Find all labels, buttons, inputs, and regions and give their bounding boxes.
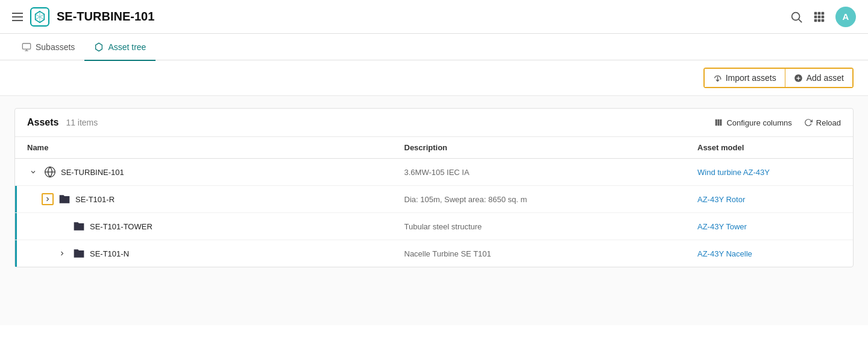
asset-name-text: SE-T101-N (90, 249, 129, 258)
asset-name-text: SE-TURBINE-101 (61, 168, 124, 177)
expand-placeholder (56, 220, 68, 232)
grid-apps-button[interactable] (813, 10, 826, 24)
name-cell: SE-T101-TOWER (15, 213, 392, 240)
page-title: SE-TURBINE-101 (57, 10, 154, 24)
import-assets-button[interactable]: Import assets (705, 69, 785, 87)
asset-model-link[interactable]: AZ-43Y Tower (697, 222, 747, 231)
toolbar-actions-group: Import assets Add asset (703, 68, 854, 88)
subassets-tab-label: Subassets (36, 42, 75, 52)
col-asset-model: Asset model (685, 137, 853, 159)
tab-subassets[interactable]: Subassets (12, 34, 84, 61)
reload-label: Reload (816, 118, 841, 127)
avatar[interactable]: A (835, 7, 856, 27)
nav-left: SE-TURBINE-101 (12, 7, 154, 27)
asset-model-link[interactable]: AZ-43Y Nacelle (697, 249, 752, 258)
asset-model-cell: AZ-43Y Nacelle (685, 240, 853, 267)
assets-title-group: Assets 11 items (27, 117, 98, 128)
table-row: SE-T101-RDia: 105m, Swept area: 8650 sq.… (15, 186, 853, 213)
folder-icon (73, 220, 85, 232)
svg-rect-16 (718, 119, 720, 126)
asset-model-cell: AZ-43Y Tower (685, 213, 853, 240)
assets-count: 11 items (66, 118, 98, 127)
brand-icon (30, 7, 49, 27)
assets-table: Name Description Asset model SE-TURBINE-… (15, 137, 853, 267)
folder-icon (58, 193, 71, 205)
configure-columns-button[interactable]: Configure columns (714, 118, 791, 127)
subassets-tab-icon (22, 42, 31, 52)
configure-columns-label: Configure columns (726, 118, 791, 127)
add-asset-label: Add asset (807, 73, 844, 83)
expand-collapse-button[interactable] (42, 193, 54, 205)
nav-right: A (790, 7, 856, 27)
name-cell: SE-T101-N (15, 240, 392, 267)
import-assets-label: Import assets (726, 73, 776, 83)
svg-line-1 (799, 19, 802, 22)
asset-tree-tab-icon (94, 42, 104, 52)
toolbar: Import assets Add asset (0, 60, 868, 96)
main-content: Assets 11 items Configure columns (0, 96, 868, 325)
description-cell: Tubular steel structure (392, 213, 686, 240)
asset-model-link[interactable]: AZ-43Y Rotor (697, 195, 745, 204)
name-cell: SE-TURBINE-101 (15, 159, 392, 186)
search-button[interactable] (790, 10, 803, 24)
description-text: Tubular steel structure (404, 222, 482, 231)
description-cell: Nacelle Turbine SE T101 (392, 240, 686, 267)
asset-name-text: SE-T101-TOWER (90, 222, 153, 231)
description-cell: 3.6MW-105 IEC IA (392, 159, 686, 186)
assets-header: Assets 11 items Configure columns (15, 109, 853, 137)
table-header-row: Name Description Asset model (15, 137, 853, 159)
asset-globe-icon (44, 166, 56, 178)
svg-rect-10 (822, 19, 825, 22)
name-cell: SE-T101-R (15, 186, 392, 213)
svg-rect-7 (822, 15, 825, 18)
top-nav: SE-TURBINE-101 A (0, 0, 868, 34)
reload-button[interactable]: Reload (804, 118, 841, 127)
folder-icon (73, 247, 85, 260)
asset-model-cell: Wind turbine AZ-43Y (685, 159, 853, 186)
description-cell: Dia: 105m, Swept area: 8650 sq. m (392, 186, 686, 213)
asset-name-text: SE-T101-R (75, 195, 115, 204)
description-text: Dia: 105m, Swept area: 8650 sq. m (404, 195, 527, 204)
svg-rect-2 (814, 11, 817, 14)
assets-card: Assets 11 items Configure columns (14, 108, 854, 267)
svg-rect-3 (818, 11, 821, 14)
expand-collapse-button[interactable] (56, 247, 68, 260)
add-asset-button[interactable]: Add asset (785, 69, 852, 87)
col-name: Name (15, 137, 392, 159)
description-text: 3.6MW-105 IEC IA (404, 168, 470, 177)
svg-rect-15 (715, 119, 717, 126)
svg-rect-6 (818, 15, 821, 18)
svg-rect-9 (818, 19, 821, 22)
asset-model-link[interactable]: Wind turbine AZ-43Y (697, 168, 770, 177)
col-description: Description (392, 137, 686, 159)
asset-tree-tab-label: Asset tree (108, 42, 146, 52)
svg-rect-17 (720, 119, 722, 126)
table-row: SE-T101-TOWERTubular steel structureAZ-4… (15, 213, 853, 240)
description-text: Nacelle Turbine SE T101 (404, 249, 491, 258)
assets-title: Assets (27, 117, 58, 127)
tab-asset-tree[interactable]: Asset tree (84, 34, 156, 61)
table-row: SE-T101-NNacelle Turbine SE T101AZ-43Y N… (15, 240, 853, 267)
expand-collapse-button[interactable] (27, 166, 39, 178)
assets-actions: Configure columns Reload (714, 118, 841, 127)
svg-rect-5 (814, 15, 817, 18)
table-row: SE-TURBINE-1013.6MW-105 IEC IAWind turbi… (15, 159, 853, 186)
menu-icon[interactable] (12, 13, 23, 21)
svg-rect-11 (22, 43, 30, 49)
svg-rect-4 (822, 11, 825, 14)
svg-rect-8 (814, 19, 817, 22)
svg-point-0 (792, 12, 800, 20)
asset-model-cell: AZ-43Y Rotor (685, 186, 853, 213)
tabs-bar: Subassets Asset tree (0, 34, 868, 60)
